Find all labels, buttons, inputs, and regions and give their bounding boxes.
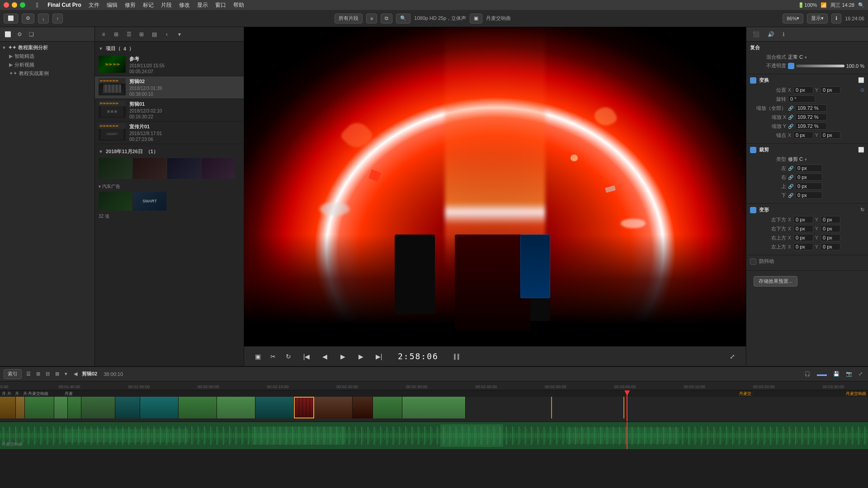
timeline-view-list[interactable]: ☰ xyxy=(24,370,33,378)
media-item-promo01[interactable]: ≫≫≫≫≫≫ SMART 宣传片01 2018/12/8 17:01 00:27… xyxy=(95,122,244,144)
menu-clip[interactable]: 片段 xyxy=(161,1,172,9)
media-item-clip02[interactable]: ≫≫≫≫≫≫ 剪辑02 2018/12/3 01:39 00:38:00:10 xyxy=(95,76,244,99)
crop-bottom-input[interactable] xyxy=(795,192,822,199)
timeline-audio-btn[interactable]: ▬▬ xyxy=(815,371,829,378)
timeline-view-grid[interactable]: ⊞ xyxy=(34,370,42,378)
menu-edit[interactable]: 编辑 xyxy=(107,1,118,9)
all-clips-btn[interactable]: 所有片段 xyxy=(335,14,363,23)
menu-trim[interactable]: 修剪 xyxy=(125,1,136,9)
clip-5[interactable] xyxy=(68,397,81,418)
share-btn[interactable]: ↑ xyxy=(52,14,63,23)
media-group-projects-header[interactable]: ▼ 项目（4） xyxy=(95,43,244,54)
transform-pos-y-input[interactable] xyxy=(821,86,840,94)
save-effect-btn[interactable]: 存储效果预置... xyxy=(754,276,797,286)
timeline-save-btn[interactable]: 💾 xyxy=(831,370,841,378)
timeline-view-waveform[interactable]: ⊟ xyxy=(44,370,52,378)
distort-reset[interactable]: ↻ xyxy=(860,207,864,213)
library-btn[interactable]: ⬜ xyxy=(4,14,18,23)
scale-y-icon[interactable]: 🔗 xyxy=(788,124,793,129)
crop-bottom-icon[interactable]: 🔗 xyxy=(788,193,793,198)
clip-1[interactable] xyxy=(0,397,16,418)
distort-tl-y-input[interactable] xyxy=(821,243,840,250)
ad-section-header[interactable]: ▾ 汽车广告 xyxy=(99,183,240,191)
inspector-blend-value[interactable]: 正常 C ▾ xyxy=(788,54,807,61)
inspector-tab-audio[interactable]: 🔊 xyxy=(765,30,777,38)
transform-scale-all-input[interactable] xyxy=(795,104,827,112)
distort-bl-y-input[interactable] xyxy=(821,216,840,223)
media-arrange-icon[interactable]: ▤ xyxy=(149,29,159,39)
clip-11[interactable] xyxy=(255,397,294,418)
view-toggle[interactable]: ≡ xyxy=(366,14,377,23)
sidebar-section-tutorials[interactable]: ▼ ✦✦ 教程案例分析 xyxy=(0,43,94,52)
distort-tr-x-input[interactable] xyxy=(793,234,813,241)
inspector-btn[interactable]: ℹ xyxy=(831,14,841,23)
close-button[interactable] xyxy=(4,2,9,8)
search-btn[interactable]: 🔍 xyxy=(396,14,410,23)
transform-rotation-input[interactable] xyxy=(788,95,815,103)
menu-help[interactable]: 帮助 xyxy=(233,1,244,9)
distort-tr-y-input[interactable] xyxy=(821,234,840,241)
media-filter-icon[interactable]: ≡ xyxy=(99,29,108,39)
menu-mark[interactable]: 标记 xyxy=(143,1,154,9)
clip-2[interactable] xyxy=(16,397,25,418)
crop-type-value[interactable]: 修剪 C ▾ xyxy=(788,156,807,163)
clip-6[interactable] xyxy=(81,397,115,418)
clip-14[interactable] xyxy=(353,397,373,418)
media-chevron-down[interactable]: ▾ xyxy=(175,29,184,39)
opacity-checkbox[interactable] xyxy=(788,63,794,69)
distort-checkbox[interactable] xyxy=(750,207,756,213)
media-item-reference[interactable]: ≫≫ ≫≫ 参考 2018/11/20 15:55 00:05:24:07 xyxy=(95,54,244,76)
date-grid-item-3[interactable] xyxy=(167,158,201,179)
crop-right-icon[interactable]: 🔗 xyxy=(788,175,793,180)
ad-item-2[interactable]: SMART xyxy=(133,192,166,211)
date-grid-item-2[interactable] xyxy=(133,158,166,179)
playhead[interactable] xyxy=(627,390,627,422)
clip-9[interactable] xyxy=(179,397,217,418)
timeline-nav-left[interactable]: ◀ xyxy=(72,370,79,378)
transform-scale-y-input[interactable] xyxy=(795,122,827,130)
timeline-camera-btn[interactable]: 📷 xyxy=(844,370,854,378)
skip-back-btn[interactable]: |◀ xyxy=(300,350,313,363)
search-icon[interactable]: 🔍 xyxy=(858,2,864,8)
date-section-header[interactable]: ▼ 2018年11月26日 （1） xyxy=(99,147,240,156)
clip-13[interactable] xyxy=(314,397,353,418)
crop-right-input[interactable] xyxy=(795,174,822,181)
monitor-icon[interactable]: ▣ xyxy=(251,350,264,363)
media-view-icon[interactable]: ⊞ xyxy=(111,29,121,39)
scale-x-icon[interactable]: 🔗 xyxy=(788,115,793,120)
media-item-clip01[interactable]: ≫≫≫≫≫≫ ▣▣▣ 剪辑01 2018/12/3 02:10 00:16:30… xyxy=(95,99,244,122)
display-btn[interactable]: 显示 ▾ xyxy=(807,14,828,23)
media-chevron-left[interactable]: ‹ xyxy=(162,29,172,39)
filter-btn[interactable]: ⧉ xyxy=(381,14,392,23)
sidebar-item-cases[interactable]: ✦✦ 教程实战案例 xyxy=(0,69,94,78)
media-list-icon[interactable]: ☰ xyxy=(124,29,134,39)
prev-frame-btn[interactable]: ◀ xyxy=(318,350,331,363)
opacity-slider[interactable] xyxy=(796,65,844,67)
clip-12-selected[interactable] xyxy=(294,397,314,418)
timeline-view-down[interactable]: ▾ xyxy=(63,370,69,378)
sidebar-settings-icon[interactable]: ⚙ xyxy=(14,29,24,39)
sidebar-item-smart[interactable]: ▶ 智能精选 xyxy=(0,52,94,61)
transform-anchor-y-input[interactable] xyxy=(821,131,840,139)
fullscreen-button[interactable] xyxy=(20,2,25,8)
import-btn[interactable]: ↓ xyxy=(38,14,49,23)
media-sort-icon[interactable]: ⊞ xyxy=(137,29,146,39)
menu-view[interactable]: 显示 xyxy=(197,1,208,9)
timeline-headphones[interactable]: 🎧 xyxy=(802,370,812,378)
timeline-fit-btn[interactable]: ⤢ xyxy=(857,370,864,378)
distort-br-y-input[interactable] xyxy=(821,225,840,232)
distort-bl-x-input[interactable] xyxy=(793,216,813,223)
speed-icon[interactable]: ↻ xyxy=(282,350,295,363)
transform-reset[interactable]: ⬜ xyxy=(858,77,864,83)
transform-scale-x-input[interactable] xyxy=(795,113,827,121)
crop-left-input[interactable] xyxy=(795,164,822,172)
menu-modify[interactable]: 修改 xyxy=(179,1,190,9)
ad-item-1[interactable] xyxy=(99,192,132,211)
transform-reset-circle[interactable]: ⊙ xyxy=(860,87,864,93)
date-grid-item-1[interactable] xyxy=(99,158,132,179)
minimize-button[interactable] xyxy=(12,2,17,8)
clip-3[interactable] xyxy=(25,397,54,418)
clip-15[interactable] xyxy=(373,397,402,418)
transform-checkbox[interactable] xyxy=(750,77,756,84)
fullscreen-btn[interactable]: ⤢ xyxy=(726,350,739,363)
